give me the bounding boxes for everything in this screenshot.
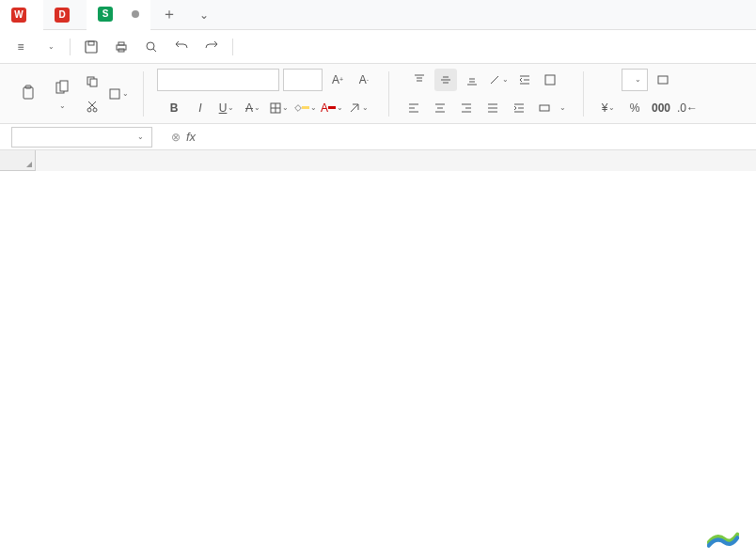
formula-bar-row: ⌄ ⊗ fx: [0, 124, 756, 150]
svg-rect-0: [86, 41, 97, 53]
align-right-button[interactable]: [455, 97, 478, 119]
clipboard-icon: [19, 84, 38, 102]
font-size-select[interactable]: [283, 69, 323, 91]
indent-increase-button[interactable]: [508, 97, 530, 119]
file-menu[interactable]: ⌄: [38, 42, 62, 51]
svg-line-16: [88, 101, 95, 108]
svg-rect-50: [540, 105, 549, 111]
align-middle-button[interactable]: [434, 69, 457, 91]
tab-template[interactable]: D: [43, 0, 87, 30]
sheet-icon: S: [98, 7, 113, 22]
svg-point-13: [87, 108, 91, 112]
decrease-decimal-button[interactable]: .0←: [676, 97, 699, 119]
merge-button[interactable]: ⌄: [534, 97, 570, 119]
svg-rect-51: [658, 76, 668, 84]
tab-overflow[interactable]: ⌄: [188, 8, 220, 22]
menu-bar: ≡ ⌄: [0, 30, 756, 64]
column-headers: [0, 150, 756, 171]
chevron-down-icon: ⌄: [137, 132, 144, 141]
borders-button[interactable]: ⌄: [268, 97, 291, 119]
fill-color-button[interactable]: ⌄: [294, 97, 317, 119]
fx-icon[interactable]: fx: [186, 130, 196, 144]
font-family-select[interactable]: [157, 69, 279, 91]
more-number-button[interactable]: [652, 69, 674, 91]
underline-button[interactable]: U⌄: [215, 97, 238, 119]
tab-workbook[interactable]: S: [87, 0, 150, 30]
clear-format-button[interactable]: ⌄: [347, 97, 370, 119]
svg-line-6: [153, 49, 156, 52]
select-all-corner[interactable]: [0, 150, 36, 171]
paste-icon: [53, 78, 71, 97]
align-justify-button[interactable]: [481, 97, 504, 119]
svg-rect-3: [118, 42, 124, 45]
hamburger-icon[interactable]: ≡: [8, 34, 34, 60]
decrease-font-button[interactable]: A-: [353, 69, 375, 91]
increase-font-button[interactable]: A+: [326, 69, 349, 91]
redo-icon[interactable]: [198, 34, 225, 60]
doc-icon: D: [55, 8, 70, 23]
align-top-button[interactable]: [408, 69, 431, 91]
bold-button[interactable]: B: [163, 97, 185, 119]
ribbon-tabs: [260, 39, 395, 54]
svg-rect-10: [60, 81, 68, 91]
svg-rect-34: [545, 75, 555, 85]
comma-button[interactable]: 000: [650, 97, 672, 119]
cancel-formula-icon[interactable]: ⊗: [171, 131, 181, 144]
svg-line-15: [89, 101, 96, 108]
add-tab-button[interactable]: ＋: [150, 5, 188, 24]
svg-rect-7: [24, 87, 33, 99]
align-center-button[interactable]: [429, 97, 451, 119]
watermark: [707, 526, 745, 551]
number-format-select[interactable]: ⌄: [622, 69, 648, 91]
svg-line-30: [491, 76, 498, 84]
percent-button[interactable]: %: [623, 97, 646, 119]
currency-button[interactable]: ¥⌄: [597, 97, 620, 119]
orientation-button[interactable]: ⌄: [487, 69, 510, 91]
save-icon[interactable]: [78, 34, 104, 60]
extra-tool-button[interactable]: ⌄: [107, 83, 130, 105]
format-painter-button[interactable]: [13, 80, 43, 108]
toolbar: ⌄ ⌄ A+ A- B I U⌄ A⌄ ⌄ ⌄ A⌄ ⌄: [0, 64, 756, 124]
spreadsheet-grid: [0, 150, 756, 171]
undo-icon[interactable]: [168, 34, 195, 60]
paste-button[interactable]: ⌄: [47, 74, 77, 114]
print-preview-icon[interactable]: [138, 34, 165, 60]
formula-input[interactable]: [201, 128, 748, 147]
indent-decrease-button[interactable]: [513, 69, 536, 91]
strikethrough-button[interactable]: A⌄: [242, 97, 264, 119]
name-box[interactable]: ⌄: [11, 127, 152, 148]
watermark-logo-icon: [707, 526, 739, 551]
svg-rect-17: [110, 89, 119, 99]
print-icon[interactable]: [108, 34, 134, 60]
align-bottom-button[interactable]: [461, 69, 483, 91]
cut-button[interactable]: [81, 95, 103, 117]
wrap-text-button[interactable]: [540, 69, 564, 91]
svg-point-5: [147, 42, 154, 50]
svg-point-14: [93, 108, 97, 112]
tab-modified-dot: [132, 10, 139, 18]
wps-logo-icon: W: [11, 8, 26, 23]
align-left-button[interactable]: [402, 97, 425, 119]
title-bar: W D S ＋ ⌄: [0, 0, 756, 30]
copy-button[interactable]: [81, 70, 103, 93]
italic-button[interactable]: I: [189, 97, 212, 119]
svg-rect-12: [90, 79, 97, 86]
font-color-button[interactable]: A⌄: [321, 97, 343, 119]
app-tab: W: [0, 0, 43, 30]
